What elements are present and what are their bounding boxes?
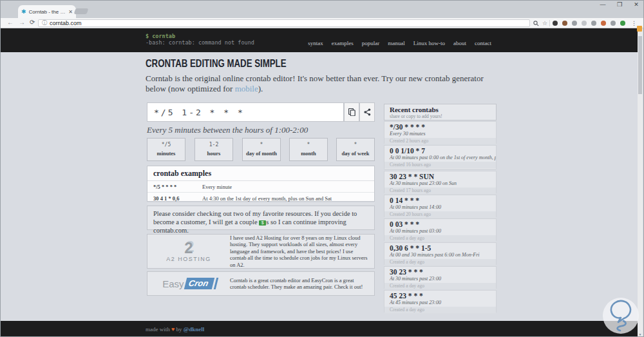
easycron-logo-easy: Easy [162, 278, 184, 289]
nav-link-about[interactable]: about [453, 40, 466, 46]
recent-cron: 45 23 * * * [384, 291, 496, 300]
forward-icon[interactable]: → [19, 19, 25, 26]
field-day-of-week-label: day of week [337, 150, 374, 157]
scrollbar-thumb[interactable] [638, 36, 642, 94]
browser-toolbar: ← → ⟳ ⓘ corntab.com ☆ ⋮ [1, 18, 644, 28]
author-link[interactable]: @dknell [184, 326, 204, 332]
extension-icon-4[interactable] [582, 21, 587, 26]
recent-cron: 0 0 1/10 * 7 [384, 146, 496, 155]
crontab-examples-panel: crontab examples */5 * * * * Every minut… [147, 166, 375, 202]
maximize-button[interactable]: ❒ [616, 1, 623, 8]
recent-item[interactable]: 30 23 * * * At 30 minutes past 23:00 Cre… [384, 266, 497, 289]
lightbulb-watermark-icon [607, 300, 634, 332]
recent-desc: At 00 minutes past 03:00 [384, 228, 496, 234]
intro-text: Corntab is the original online crontab e… [146, 73, 497, 94]
recent-crontabs-subtitle: share or copy to add yours! [390, 113, 491, 119]
terminal-banner: $ corntab -bash: corntab: command not fo… [146, 33, 254, 46]
human-readable-text: Every 5 minutes between the hours of 1:0… [147, 125, 308, 135]
example-row[interactable]: */5 * * * * Every minute [147, 181, 374, 193]
field-minutes[interactable]: */5 minutes [147, 138, 185, 161]
extension-icon-8[interactable] [620, 21, 625, 26]
browser-tab[interactable]: ✱ Corntab - the crontab G ✕ [18, 5, 76, 18]
recent-item[interactable]: */30 * * * * Every 30 minutes Created 2 … [384, 121, 497, 144]
recent-item[interactable]: 0 14 * * * At 00 minutes past 14:00 Crea… [384, 195, 497, 217]
address-bar[interactable]: ⓘ corntab.com [38, 19, 530, 27]
extension-icon-5[interactable] [591, 21, 596, 26]
intro-post: ). [258, 84, 263, 93]
close-button[interactable]: ✕ [633, 1, 639, 8]
field-hours[interactable]: 1-2 hours [194, 138, 233, 161]
easycron-logo: Easy Cron [147, 278, 230, 289]
back-icon[interactable]: ← [7, 19, 14, 26]
recent-item[interactable]: 0,30 6 * * 1-5 At 00 and 30 minutes past… [384, 242, 497, 265]
corntab-favicon-icon: ✱ [21, 8, 26, 15]
field-minutes-value: */5 [147, 142, 185, 148]
new-tab-button[interactable] [74, 8, 89, 14]
a2-description: I have used A2 Hosting for over 8 years … [230, 231, 374, 272]
site-header: $ corntab -bash: corntab: command not fo… [1, 28, 639, 52]
terminal-output: -bash: corntab: command not found [146, 39, 254, 46]
reload-icon[interactable]: ⟳ [30, 19, 35, 26]
extension-icon-3[interactable] [572, 21, 577, 26]
field-day-of-month[interactable]: * day of month [242, 138, 281, 161]
search-icon[interactable] [533, 21, 539, 26]
field-day-of-week[interactable]: * day of week [336, 138, 375, 161]
page-scrollbar[interactable]: ▲ ▼ [638, 28, 643, 337]
recent-cron: 0 14 * * * [384, 195, 496, 204]
money-emoji-icon: $ [259, 220, 266, 226]
example-row[interactable]: 30 4 1 * 0,6 At 4:30 on the 1st day of e… [147, 193, 374, 204]
field-month-label: month [290, 150, 327, 157]
field-hours-value: 1-2 [195, 142, 232, 148]
mobile-link[interactable]: mobile [235, 84, 258, 93]
easycron-card[interactable]: Easy Cron Corntab is a great crontab edi… [147, 271, 375, 296]
site-footer: made with ♥ by @dknell [1, 321, 639, 337]
window-controls: — ❒ ✕ [600, 1, 639, 8]
recent-desc: At 00 minutes past 0:00 on the 1st of ev… [384, 155, 496, 160]
toolbar-divider [549, 20, 550, 26]
extension-icon-6[interactable] [601, 21, 606, 26]
a2-hosting-card[interactable]: 2 A2 HOSTING I have used A2 Hosting for … [147, 234, 375, 269]
recent-item[interactable]: 45 23 * * * At 45 minutes past 23:00 Cre… [384, 290, 497, 313]
recent-desc: Every 30 minutes [384, 131, 496, 137]
extension-icon-2[interactable] [562, 21, 567, 26]
solvetic-watermark [603, 298, 639, 334]
nav-link-popular[interactable]: popular [362, 40, 380, 46]
nav-link-contact[interactable]: contact [475, 40, 491, 46]
nav-link-linux-how-to[interactable]: Linux how-to [413, 40, 445, 46]
cron-expression-input[interactable] [147, 102, 344, 122]
field-month[interactable]: * month [289, 138, 328, 161]
recent-crontabs-title: Recent crontabs [390, 106, 491, 113]
nav-link-examples[interactable]: examples [332, 40, 354, 46]
recent-cron: */30 * * * * [384, 122, 496, 131]
bookmark-star-icon[interactable]: ☆ [542, 20, 547, 26]
recent-desc: At 45 minutes past 23:00 [384, 300, 496, 305]
chrome-menu-icon[interactable]: ⋮ [631, 20, 637, 26]
example-desc: Every minute [202, 184, 374, 190]
recent-cron: 0,30 6 * * 1-5 [384, 243, 496, 252]
share-icon [364, 108, 371, 116]
field-day-of-month-value: * [243, 142, 280, 148]
recent-created: Created a day ago [384, 283, 496, 289]
share-button[interactable] [359, 102, 375, 122]
copy-button[interactable] [344, 102, 359, 122]
minimize-button[interactable]: — [600, 1, 606, 8]
extension-icon-7[interactable] [611, 21, 616, 26]
example-cron: 30 4 1 * 0,6 [147, 195, 202, 202]
page-title: CRONTAB EDITING MADE SIMPLE [146, 57, 287, 70]
a2-hosting-logo: 2 A2 HOSTING [147, 241, 230, 262]
nav-link-syntax[interactable]: syntax [308, 40, 323, 46]
browser-titlebar: ✱ Corntab - the crontab G ✕ — ❒ ✕ [1, 1, 644, 18]
recent-created: Created 20 hours ago [384, 211, 496, 218]
tab-close-icon[interactable]: ✕ [68, 9, 73, 15]
recent-item[interactable]: 0 0 1/10 * 7 At 00 minutes past 0:00 on … [384, 145, 497, 169]
recent-item[interactable]: 0 03 * * * At 00 minutes past 03:00 Crea… [384, 218, 497, 241]
recent-created: Created a day ago [384, 259, 496, 265]
extension-icon-1[interactable] [553, 21, 558, 26]
recent-cron: 30 23 * * * [384, 267, 496, 276]
recent-item[interactable]: 30 23 * * SUN At 30 minutes past 23:00 o… [384, 171, 497, 193]
page-info-icon[interactable]: ⓘ [42, 21, 47, 26]
scrollbar-highlight-marker [637, 26, 642, 32]
field-day-of-month-label: day of month [243, 150, 280, 157]
nav-link-manual[interactable]: manual [388, 40, 405, 46]
recent-cron: 0 03 * * * [384, 219, 496, 228]
